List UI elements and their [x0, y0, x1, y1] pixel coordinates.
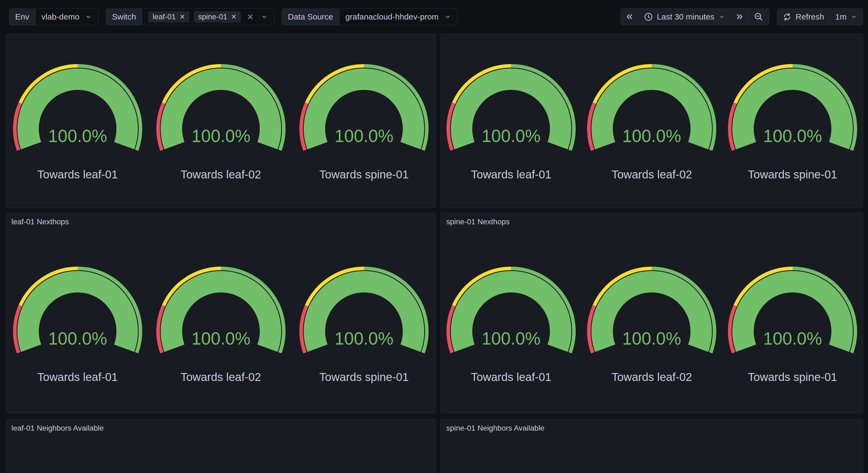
chevron-down-icon — [444, 13, 451, 20]
gauge-value: 100.0% — [622, 329, 681, 348]
gauge-label: Towards leaf-01 — [37, 168, 118, 181]
time-controls: « Last 30 minutes » — [621, 8, 863, 25]
gauge-value: 100.0% — [48, 126, 107, 146]
panel-title[interactable]: leaf-01 Nexthops — [6, 213, 436, 227]
gauge: 100.0% Towards leaf-02 — [149, 60, 292, 181]
time-picker-group: « Last 30 minutes » — [621, 8, 770, 25]
panel-leaf-01-nexthops: leaf-01 Nexthops 100.0% Towards leaf-01 … — [6, 213, 436, 413]
time-range-label: Last 30 minutes — [657, 12, 714, 22]
chevron-down-icon — [850, 13, 858, 20]
gauge-chart: 100.0% — [11, 60, 144, 153]
panel-top-left: 100.0% Towards leaf-01 100.0% Towards le… — [6, 34, 436, 208]
gauge-label: Towards leaf-02 — [612, 371, 692, 384]
gauge-value: 100.0% — [191, 126, 250, 146]
refresh-label: Refresh — [796, 12, 824, 22]
chevron-down-icon — [261, 13, 268, 20]
gauge-value: 100.0% — [482, 329, 541, 348]
gauge-value: 100.0% — [335, 126, 394, 146]
gauge-chart: 100.0% — [298, 60, 431, 153]
env-label: Env — [9, 9, 36, 25]
remove-tag-icon[interactable]: ✕ — [180, 13, 185, 20]
refresh-icon — [782, 12, 792, 22]
gauge-label: Towards spine-01 — [748, 168, 837, 181]
gauge: 100.0% Towards leaf-02 — [581, 60, 722, 181]
refresh-interval-value: 1m — [835, 12, 846, 22]
gauge-label: Towards leaf-02 — [181, 168, 261, 181]
gauge: 100.0% Towards spine-01 — [722, 60, 863, 181]
gauge-value: 100.0% — [763, 329, 822, 348]
gauge-label: Towards spine-01 — [319, 168, 409, 181]
switch-value-dropdown[interactable]: leaf-01 ✕ spine-01 ✕ ✕ — [142, 9, 274, 25]
gauge-value: 100.0% — [482, 126, 541, 146]
panel-top-right: 100.0% Towards leaf-01 100.0% Towards le… — [440, 34, 863, 208]
gauge-chart: 100.0% — [11, 263, 144, 355]
time-shift-back-button[interactable]: « — [621, 9, 638, 25]
time-shift-forward-button[interactable]: » — [731, 9, 748, 25]
remove-tag-icon[interactable]: ✕ — [231, 13, 237, 20]
gauge-label: Towards spine-01 — [319, 371, 409, 384]
gauge-label: Towards leaf-02 — [181, 371, 261, 384]
gauge: 100.0% Towards spine-01 — [292, 263, 436, 384]
gauge-chart: 100.0% — [444, 263, 578, 355]
panel-title[interactable]: leaf-01 Neighbors Available — [6, 419, 436, 433]
gauge: 100.0% Towards leaf-01 — [6, 60, 149, 181]
gauge: 100.0% Towards spine-01 — [292, 60, 436, 181]
refresh-button[interactable]: Refresh — [777, 9, 830, 25]
gauge: 100.0% Towards leaf-02 — [581, 263, 722, 384]
clear-all-icon[interactable]: ✕ — [245, 12, 255, 22]
gauge-value: 100.0% — [191, 329, 250, 348]
gauge: 100.0% Towards spine-01 — [722, 263, 863, 384]
gauge-label: Towards leaf-01 — [471, 371, 551, 384]
time-range-dropdown[interactable]: Last 30 minutes — [638, 9, 731, 25]
gauge-chart: 100.0% — [726, 263, 859, 355]
gauge-row: 100.0% Towards leaf-01 100.0% Towards le… — [441, 227, 863, 413]
switch-tag-spine-01[interactable]: spine-01 ✕ — [194, 11, 241, 23]
double-chevron-left-icon: « — [626, 10, 633, 23]
panel-leaf-01-neighbors-available: leaf-01 Neighbors Available — [6, 419, 436, 473]
clock-icon — [644, 12, 653, 22]
gauge: 100.0% Towards leaf-01 — [441, 263, 581, 384]
gauge-chart: 100.0% — [298, 263, 431, 355]
gauge-label: Towards leaf-02 — [612, 168, 692, 181]
gauge: 100.0% Towards leaf-01 — [6, 263, 149, 384]
panel-spine-01-nexthops: spine-01 Nexthops 100.0% Towards leaf-01… — [440, 213, 863, 413]
gauge-chart: 100.0% — [726, 60, 859, 153]
gauge-label: Towards leaf-01 — [37, 371, 118, 384]
gauge-chart: 100.0% — [585, 60, 718, 153]
gauge-row: 100.0% Towards leaf-01 100.0% Towards le… — [6, 227, 436, 413]
switch-tag-leaf-01[interactable]: leaf-01 ✕ — [148, 11, 189, 23]
gauge-row: 100.0% Towards leaf-01 100.0% Towards le… — [6, 34, 436, 207]
switch-label: Switch — [106, 9, 142, 25]
panel-title[interactable]: spine-01 Neighbors Available — [441, 419, 863, 433]
panel-spine-01-neighbors-available: spine-01 Neighbors Available — [440, 419, 863, 473]
tag-text: spine-01 — [198, 13, 227, 21]
gauge: 100.0% Towards leaf-01 — [441, 60, 581, 181]
env-value: vlab-demo — [41, 12, 80, 22]
zoom-out-icon — [754, 12, 764, 22]
chevron-down-icon — [718, 13, 725, 20]
gauge-value: 100.0% — [335, 329, 394, 348]
gauge-chart: 100.0% — [585, 263, 718, 355]
double-chevron-right-icon: » — [736, 10, 743, 23]
gauge-chart: 100.0% — [154, 60, 287, 153]
dashboard-toolbar: Env vlab-demo Switch leaf-01 ✕ spine-01 … — [0, 0, 868, 34]
gauge-label: Towards leaf-01 — [471, 168, 551, 181]
switch-variable-picker: Switch leaf-01 ✕ spine-01 ✕ ✕ — [106, 8, 274, 25]
gauge: 100.0% Towards leaf-02 — [149, 263, 292, 384]
panel-title[interactable]: spine-01 Nexthops — [441, 213, 863, 227]
tag-text: leaf-01 — [153, 13, 176, 21]
gauge-row: 100.0% Towards leaf-01 100.0% Towards le… — [441, 34, 863, 207]
zoom-out-time-button[interactable] — [748, 9, 769, 25]
chevron-down-icon — [85, 13, 92, 20]
gauge-value: 100.0% — [48, 329, 107, 348]
refresh-group: Refresh 1m — [777, 8, 863, 25]
env-value-dropdown[interactable]: vlab-demo — [36, 9, 98, 25]
datasource-picker: Data Source grafanacloud-hhdev-prom — [282, 8, 457, 25]
gauge-chart: 100.0% — [154, 263, 287, 355]
refresh-interval-dropdown[interactable]: 1m — [830, 9, 863, 25]
gauge-value: 100.0% — [763, 126, 822, 146]
datasource-value-dropdown[interactable]: grafanacloud-hhdev-prom — [339, 9, 457, 25]
datasource-label: Data Source — [282, 9, 340, 25]
variable-pickers: Env vlab-demo Switch leaf-01 ✕ spine-01 … — [9, 8, 457, 25]
env-variable-picker: Env vlab-demo — [9, 8, 98, 25]
